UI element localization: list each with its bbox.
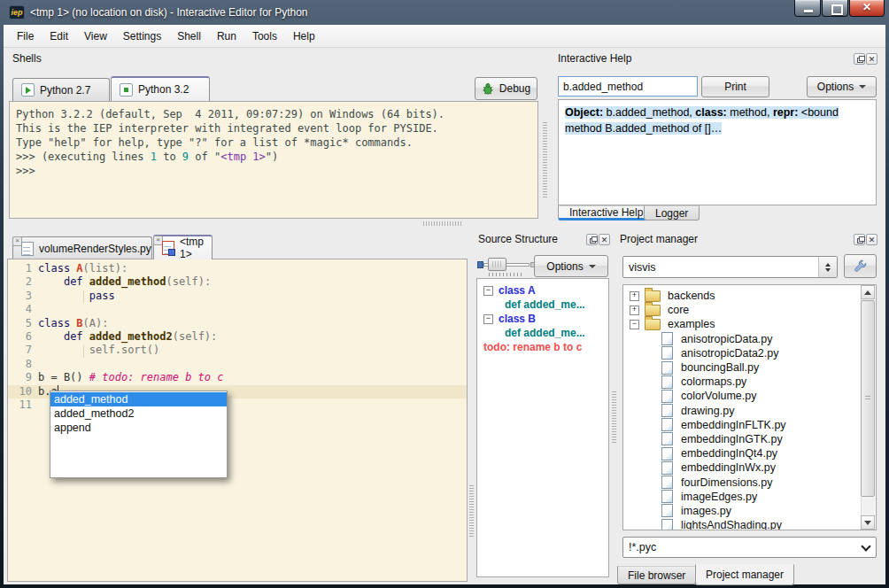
structure-item-label: def added_me...: [505, 298, 585, 311]
autocomplete-item[interactable]: added_method2: [50, 406, 227, 421]
project-tree-item[interactable]: fourDimensions.py: [623, 475, 876, 489]
project-config-button[interactable]: [844, 254, 877, 278]
project-tree-item[interactable]: lightsAndShading.py: [623, 518, 876, 530]
project-tree-item[interactable]: embeddingInFLTK.py: [623, 418, 876, 432]
close-button[interactable]: [849, 0, 885, 17]
code-line[interactable]: 9b = B() # todo: rename b to c: [8, 371, 467, 384]
tab-project-manager[interactable]: Project manager: [695, 564, 794, 585]
project-tree-item[interactable]: anisotropicData.py: [623, 332, 876, 346]
float-panel-icon[interactable]: [586, 234, 598, 245]
project-tree-item[interactable]: embeddingInWx.py: [623, 460, 876, 475]
project-tree-item[interactable]: colormaps.py: [623, 375, 876, 389]
editor-tab-label: volumeRenderStyles.py: [39, 243, 151, 255]
float-panel-icon[interactable]: [854, 234, 865, 245]
autocomplete-item[interactable]: added_method: [50, 392, 227, 406]
help-options-button[interactable]: Options: [807, 76, 877, 97]
menu-file[interactable]: File: [9, 27, 42, 46]
source-structure-item[interactable]: def added_me...: [477, 326, 608, 340]
file-icon: [661, 418, 673, 431]
project-tree-item[interactable]: bouncingBall.py: [623, 360, 876, 375]
tab-label: Project manager: [706, 569, 784, 581]
tab-logger[interactable]: Logger: [644, 205, 700, 220]
source-structure-item[interactable]: todo: rename b to c: [477, 340, 608, 354]
chevron-down-icon[interactable]: [856, 538, 876, 557]
code-line[interactable]: 5class B(A):: [8, 317, 467, 330]
project-tree-item[interactable]: images.py: [623, 504, 876, 518]
project-tree-item[interactable]: +backends: [623, 289, 876, 303]
menu-settings[interactable]: Settings: [115, 27, 169, 46]
shell-tab-python-2-7[interactable]: Python 2.7: [12, 78, 110, 101]
source-structure-item[interactable]: −class B: [477, 312, 608, 326]
project-tree-item[interactable]: −examples: [623, 317, 876, 331]
editor-tab-volumerenderstyles[interactable]: volumeRenderStyles.py: [12, 236, 152, 259]
project-tree-item[interactable]: anisotropicData2.py: [623, 346, 876, 360]
code-line[interactable]: 6 def added_method2(self):: [8, 330, 467, 344]
code-line[interactable]: 2 def added_method(self):: [8, 275, 467, 289]
float-panel-icon[interactable]: [854, 53, 865, 65]
scroll-up-icon[interactable]: [861, 285, 875, 299]
project-tree-item[interactable]: embeddingInGTK.py: [623, 432, 876, 446]
close-panel-icon[interactable]: [866, 53, 877, 65]
source-structure-item[interactable]: def added_me...: [477, 298, 608, 312]
project-select-combo[interactable]: visvis: [622, 256, 838, 278]
expander-icon[interactable]: −: [483, 286, 493, 296]
project-tree-item[interactable]: +core: [623, 303, 876, 317]
code-line[interactable]: 3 pass: [8, 290, 467, 303]
source-structure-item[interactable]: −class A: [477, 283, 608, 298]
close-panel-icon[interactable]: [599, 234, 610, 245]
structure-options-button[interactable]: Options: [534, 255, 608, 277]
editor-tab-tmp1[interactable]: <tmp 1>: [153, 235, 213, 259]
scroll-down-icon[interactable]: [861, 515, 875, 530]
project-tree-item[interactable]: colorVolume.py: [623, 389, 876, 403]
tree-item-label: images.py: [681, 505, 731, 517]
line-number: 5: [8, 317, 38, 330]
spinner-arrows-icon[interactable]: [818, 257, 837, 277]
shell-tab-python-3-2[interactable]: Python 3.2: [111, 76, 210, 101]
splitter-handle[interactable]: [612, 391, 616, 443]
splitter-handle[interactable]: [543, 122, 547, 198]
expander-icon[interactable]: −: [630, 320, 639, 329]
code-line[interactable]: 4: [8, 303, 467, 316]
tab-interactive-help[interactable]: Interactive Help: [558, 205, 654, 220]
line-number: 11: [8, 398, 38, 412]
maximize-button[interactable]: [822, 0, 848, 17]
code-line[interactable]: 1class A(list):: [8, 262, 467, 275]
splitter-handle[interactable]: [469, 485, 474, 537]
line-number: 10: [8, 385, 38, 398]
depth-slider-handle[interactable]: [488, 258, 506, 271]
file-filter-combo[interactable]: !*.pyc: [622, 537, 877, 558]
line-number: 8: [8, 358, 38, 371]
autocomplete-popup: added_methodadded_method2append: [50, 391, 228, 478]
splitter-handle[interactable]: [423, 221, 462, 226]
project-tree-item[interactable]: imageEdges.py: [623, 490, 876, 504]
code-line[interactable]: 8: [8, 358, 467, 371]
menu-tools[interactable]: Tools: [244, 27, 285, 46]
project-tree-item[interactable]: drawing.py: [623, 404, 876, 418]
tree-item-label: imageEdges.py: [681, 491, 757, 503]
line-number: 9: [8, 371, 38, 384]
source-structure-dock-title: Source Structure: [478, 233, 558, 245]
line-number: 2: [8, 275, 38, 289]
unsaved-document-icon: [162, 241, 174, 255]
minimize-button[interactable]: [794, 0, 821, 17]
menu-shell[interactable]: Shell: [169, 27, 209, 46]
debug-button[interactable]: Debug: [475, 77, 537, 100]
shell-tab-label: Python 3.2: [138, 83, 189, 96]
indent-guide: [83, 345, 84, 358]
tab-file-browser[interactable]: File browser: [617, 566, 696, 584]
menu-edit[interactable]: Edit: [42, 27, 76, 46]
close-panel-icon[interactable]: [866, 234, 877, 245]
project-tree-item[interactable]: embeddingInQt4.py: [623, 446, 876, 460]
menu-run[interactable]: Run: [209, 27, 244, 46]
filter-value: !*.pyc: [623, 541, 856, 553]
help-query-input[interactable]: [558, 76, 698, 97]
code-line[interactable]: 7 self.sort(): [8, 344, 467, 357]
expander-icon[interactable]: +: [630, 291, 639, 301]
menu-view[interactable]: View: [76, 27, 115, 46]
print-button[interactable]: Print: [701, 76, 769, 97]
autocomplete-item[interactable]: append: [50, 421, 227, 435]
expander-icon[interactable]: +: [630, 306, 639, 315]
scrollbar-thumb[interactable]: [861, 300, 875, 497]
expander-icon[interactable]: −: [483, 314, 493, 324]
menu-help[interactable]: Help: [285, 27, 323, 46]
